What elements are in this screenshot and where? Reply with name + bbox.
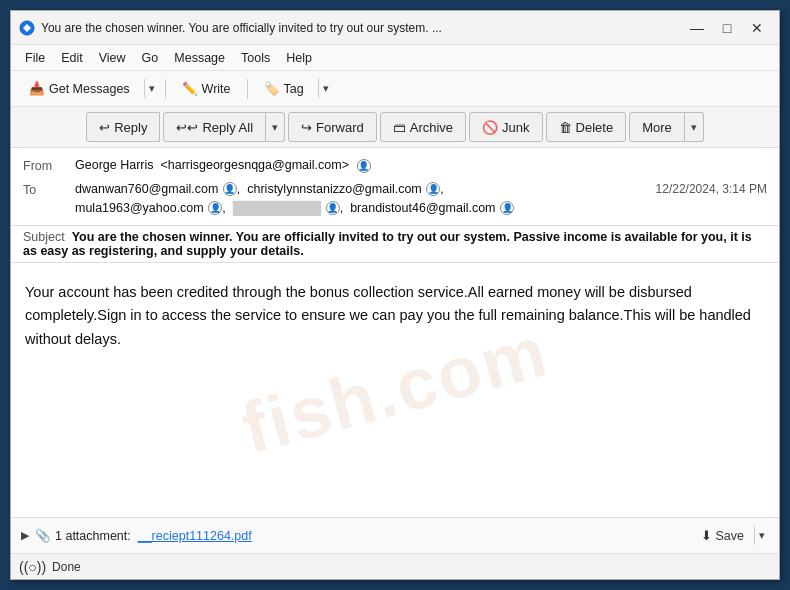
reply-icon: ↩ (99, 120, 110, 135)
minimize-button[interactable]: — (683, 17, 711, 39)
delete-icon: 🗑 (559, 120, 572, 135)
action-bar: ↩ Reply ↩↩ Reply All ▾ ↪ Forward 🗃 Archi… (11, 107, 779, 148)
write-label: Write (202, 82, 231, 96)
from-name: George Harris (75, 158, 154, 172)
to-recipient-4: ██████████ (233, 201, 322, 215)
junk-button[interactable]: 🚫 Junk (469, 112, 542, 142)
attachment-info: 1 attachment: __reciept111264.pdf (55, 529, 691, 543)
more-button[interactable]: More (629, 112, 685, 142)
forward-label: Forward (316, 120, 364, 135)
subject-row: Subject You are the chosen winner. You a… (11, 226, 779, 263)
junk-label: Junk (502, 120, 529, 135)
tag-dropdown[interactable]: ▾ (318, 78, 333, 99)
menu-edit[interactable]: Edit (53, 49, 91, 67)
junk-icon: 🚫 (482, 120, 498, 135)
reply-group: ↩ Reply (86, 112, 160, 142)
email-window: You are the chosen winner. You are offic… (10, 10, 780, 580)
maximize-button[interactable]: □ (713, 17, 741, 39)
separator2 (247, 79, 248, 99)
to-icon-5[interactable]: 👤 (500, 201, 514, 215)
more-group: More ▾ (629, 112, 704, 142)
status-icon: ((○)) (19, 559, 46, 575)
save-button[interactable]: ⬇ Save (691, 525, 755, 546)
forward-icon: ↪ (301, 120, 312, 135)
tag-label: Tag (284, 82, 304, 96)
close-button[interactable]: ✕ (743, 17, 771, 39)
attachment-filename[interactable]: __reciept111264.pdf (138, 529, 252, 543)
email-headers: From George Harris <harrisgeorgesnqga@gm… (11, 148, 779, 226)
archive-label: Archive (410, 120, 453, 135)
forward-button[interactable]: ↪ Forward (288, 112, 377, 142)
more-dropdown[interactable]: ▾ (685, 112, 704, 142)
to-recipient-5: brandistout46@gmail.com (350, 201, 495, 215)
separator (165, 79, 166, 99)
subject-text: You are the chosen winner. You are offic… (23, 230, 752, 258)
email-date: 12/22/2024, 3:14 PM (656, 180, 767, 198)
reply-all-label: Reply All (202, 120, 253, 135)
delete-button[interactable]: 🗑 Delete (546, 112, 627, 142)
menu-help[interactable]: Help (278, 49, 320, 67)
tag-icon: 🏷️ (264, 81, 280, 96)
to-value: dwanwan760@gmail.com 👤, christylynnstani… (75, 180, 648, 218)
archive-icon: 🗃 (393, 120, 406, 135)
subject-label: Subject (23, 230, 65, 244)
from-row: From George Harris <harrisgeorgesnqga@gm… (23, 154, 767, 178)
get-messages-button[interactable]: 📥 Get Messages (19, 77, 140, 100)
reply-all-dropdown[interactable]: ▾ (266, 112, 285, 142)
reply-all-icon: ↩↩ (176, 120, 198, 135)
to-icon-1[interactable]: 👤 (223, 182, 237, 196)
title-bar: You are the chosen winner. You are offic… (11, 11, 779, 45)
save-icon: ⬇ (701, 528, 712, 543)
more-label: More (642, 120, 672, 135)
to-icon-3[interactable]: 👤 (208, 201, 222, 215)
attachment-count: 1 attachment: (55, 529, 131, 543)
write-icon: ✏️ (182, 81, 198, 96)
email-body: fish.com Your account has been credited … (11, 263, 779, 517)
app-icon (19, 20, 35, 36)
menu-file[interactable]: File (17, 49, 53, 67)
get-messages-label: Get Messages (49, 82, 130, 96)
reply-button[interactable]: ↩ Reply (86, 112, 160, 142)
from-contact-icon[interactable]: 👤 (357, 159, 371, 173)
get-messages-dropdown[interactable]: ▾ (144, 78, 159, 99)
menu-bar: File Edit View Go Message Tools Help (11, 45, 779, 71)
status-bar: ((○)) Done (11, 553, 779, 579)
write-button[interactable]: ✏️ Write (172, 77, 241, 100)
window-controls: — □ ✕ (683, 17, 771, 39)
status-text: Done (52, 560, 81, 574)
delete-label: Delete (576, 120, 614, 135)
to-row: To dwanwan760@gmail.com 👤, christylynnst… (23, 178, 767, 220)
archive-button[interactable]: 🗃 Archive (380, 112, 466, 142)
from-email: <harrisgeorgesnqga@gmail.com> (160, 158, 348, 172)
body-text: Your account has been credited through t… (25, 281, 765, 351)
save-label: Save (716, 529, 745, 543)
menu-tools[interactable]: Tools (233, 49, 278, 67)
to-recipient-2: christylynnstanizzo@gmail.com (247, 182, 422, 196)
to-recipient-3: mula1963@yahoo.com (75, 201, 204, 215)
to-label: To (23, 180, 75, 200)
attachment-bar: ▶ 📎 1 attachment: __reciept111264.pdf ⬇ … (11, 517, 779, 553)
to-icon-4[interactable]: 👤 (326, 201, 340, 215)
from-label: From (23, 156, 75, 176)
menu-view[interactable]: View (91, 49, 134, 67)
to-icon-2[interactable]: 👤 (426, 182, 440, 196)
window-title: You are the chosen winner. You are offic… (41, 21, 683, 35)
expand-icon[interactable]: ▶ (21, 529, 29, 542)
reply-all-group: ↩↩ Reply All ▾ (163, 112, 285, 142)
paperclip-icon: 📎 (35, 528, 51, 543)
reply-label: Reply (114, 120, 147, 135)
to-recipient-1: dwanwan760@gmail.com (75, 182, 218, 196)
toolbar: 📥 Get Messages ▾ ✏️ Write 🏷️ Tag ▾ (11, 71, 779, 107)
menu-message[interactable]: Message (166, 49, 233, 67)
save-dropdown[interactable]: ▾ (754, 526, 769, 545)
menu-go[interactable]: Go (134, 49, 167, 67)
reply-all-button[interactable]: ↩↩ Reply All (163, 112, 266, 142)
from-value: George Harris <harrisgeorgesnqga@gmail.c… (75, 156, 767, 175)
tag-button[interactable]: 🏷️ Tag (254, 77, 314, 100)
message-icon: 📥 (29, 81, 45, 96)
